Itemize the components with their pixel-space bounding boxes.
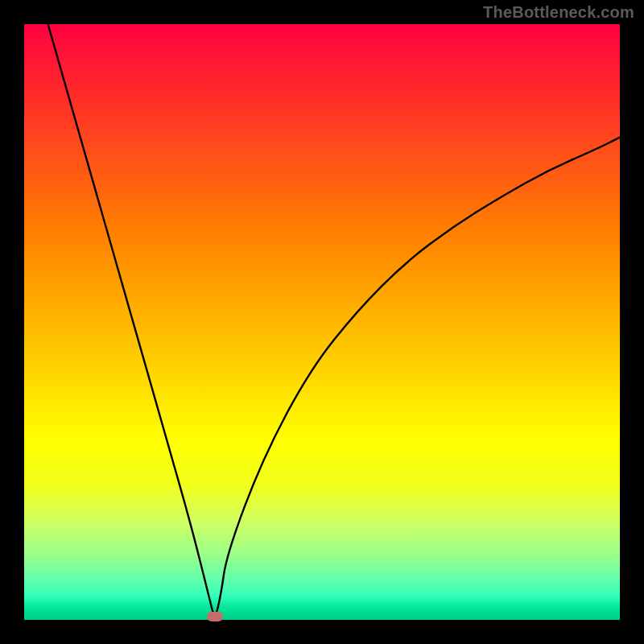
chart-frame: TheBottleneck.com bbox=[0, 0, 644, 644]
optimal-point-marker bbox=[207, 612, 223, 621]
watermark-text: TheBottleneck.com bbox=[483, 3, 634, 22]
bottleneck-curve bbox=[24, 24, 620, 620]
plot-area bbox=[24, 24, 620, 620]
